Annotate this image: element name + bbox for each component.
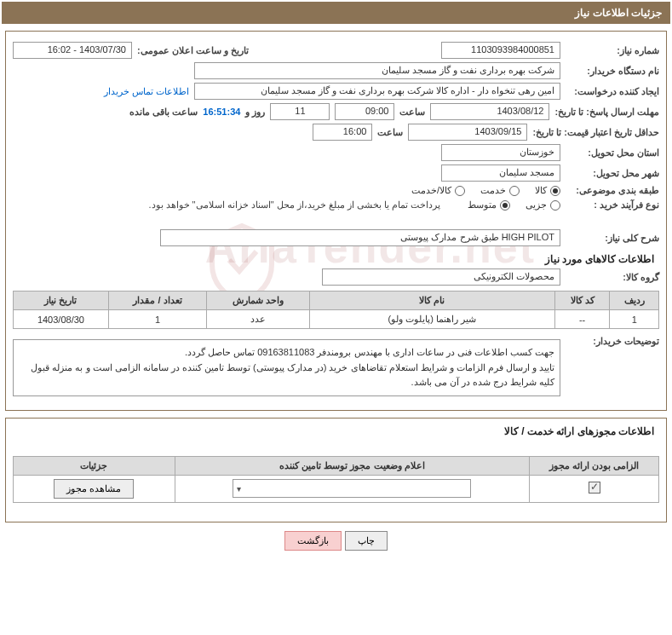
days-label: روز و (245, 107, 265, 118)
cell-code: -- (554, 310, 610, 329)
group-label: گروه کالا: (566, 272, 659, 283)
action-buttons: چاپ بازگشت (2, 531, 670, 551)
th-date: تاریخ نیاز (14, 292, 109, 310)
radio-goods-service-label: کالا/خدمت (411, 185, 451, 196)
announce-label: تاریخ و ساعت اعلان عمومی: (137, 45, 249, 56)
city-value: مسجد سلیمان (441, 165, 560, 182)
th-unit: واحد شمارش (207, 292, 309, 310)
radio-medium-label: متوسط (468, 199, 497, 211)
buyer-notes-line2: تایید و ارسال فرم الزامات و شرایط استعلا… (19, 361, 554, 390)
remaining-time: 16:51:34 (203, 107, 240, 117)
cell-details: مشاهده مجوز (14, 475, 175, 502)
cell-mandatory (530, 475, 659, 502)
back-button[interactable]: بازگشت (284, 531, 342, 551)
deadline-date: 1403/08/12 (430, 103, 549, 120)
cell-name: شیر راهنما (پایلوت ولو) (309, 310, 554, 329)
need-number-value: 1103093984000851 (441, 42, 560, 59)
mandatory-checkbox[interactable] (589, 482, 600, 494)
requester-value: امین رهی تنخواه دار - اداره کالا شرکت به… (194, 83, 560, 100)
chevron-down-icon: ▾ (237, 484, 241, 494)
deadline-time: 09:00 (335, 103, 394, 120)
payment-note: پرداخت تمام یا بخشی از مبلغ خرید،از محل … (148, 199, 440, 211)
th-name: نام کالا (309, 292, 554, 310)
page-title: جزئیات اطلاعات نیاز (575, 7, 662, 19)
permits-title: اطلاعات مجوزهای ارائه خدمت / کالا (18, 425, 654, 437)
desc-label: شرح کلی نیاز: (566, 233, 659, 244)
th-qty: تعداد / مقدار (108, 292, 206, 310)
th-mandatory: الزامی بودن ارائه مجوز (530, 456, 659, 475)
buyer-contact-link[interactable]: اطلاعات تماس خریدار (104, 86, 189, 97)
category-label: طبقه بندی موضوعی: (566, 185, 659, 196)
buyer-notes-label: توضیحات خریدار: (566, 336, 659, 347)
radio-goods-service[interactable] (455, 186, 465, 196)
cell-status: ▾ (175, 475, 530, 502)
process-label: نوع فرآیند خرید : (566, 199, 659, 211)
print-button[interactable]: چاپ (345, 531, 388, 551)
group-value: محصولات الکترونیکی (322, 268, 560, 286)
province-value: خوزستان (441, 144, 560, 161)
buyer-org-value: شرکت بهره برداری نفت و گاز مسجد سلیمان (194, 62, 560, 79)
table-row: 1 -- شیر راهنما (پایلوت ولو) عدد 1 1403/… (14, 310, 659, 329)
cell-row: 1 (610, 310, 659, 329)
radio-partial-label: جزیی (526, 199, 547, 211)
page-header: جزئیات اطلاعات نیاز (2, 2, 670, 24)
permits-row: ▾ مشاهده مجوز (14, 475, 659, 502)
buyer-notes-box: جهت کسب اطلاعات فنی در ساعات اداری با مه… (13, 339, 560, 396)
radio-medium[interactable] (500, 200, 510, 211)
view-permit-button[interactable]: مشاهده مجوز (54, 479, 134, 499)
buyer-notes-line1: جهت کسب اطلاعات فنی در ساعات اداری با مه… (19, 345, 554, 361)
desc-value: HIGH PILOT طبق شرح مدارک پیوستی (160, 229, 560, 246)
goods-table: ردیف کد کالا نام کالا واحد شمارش تعداد /… (13, 291, 659, 329)
buyer-org-label: نام دستگاه خریدار: (566, 66, 659, 77)
cell-unit: عدد (207, 310, 309, 329)
category-radio-group: کالا خدمت کالا/خدمت (411, 185, 560, 196)
need-number-label: شماره نیاز: (566, 45, 659, 56)
province-label: استان محل تحویل: (566, 147, 659, 159)
validity-label: حداقل تاریخ اعتبار قیمت: تا تاریخ: (532, 127, 659, 138)
radio-goods[interactable] (550, 186, 560, 196)
radio-goods-label: کالا (535, 185, 547, 196)
cell-qty: 1 (108, 310, 206, 329)
main-info-section: شماره نیاز: 1103093984000851 تاریخ و ساع… (5, 31, 667, 411)
validity-time-label: ساعت (377, 127, 403, 138)
deadline-time-label: ساعت (399, 107, 425, 118)
th-details: جزئیات (14, 456, 175, 475)
requester-label: ایجاد کننده درخواست: (566, 86, 659, 97)
remaining-label: ساعت باقی مانده (129, 107, 198, 118)
validity-date: 1403/09/15 (408, 124, 527, 141)
radio-partial[interactable] (550, 200, 560, 211)
th-row: ردیف (610, 292, 659, 310)
days-remaining: 11 (270, 103, 330, 120)
validity-time: 16:00 (313, 124, 372, 141)
cell-date: 1403/08/30 (14, 310, 109, 329)
permits-table: الزامی بودن ارائه مجوز اعلام وضعیت مجوز … (13, 456, 659, 503)
th-status: اعلام وضعیت مجوز توسط تامین کننده (175, 456, 530, 475)
process-radio-group: جزیی متوسط (468, 199, 560, 211)
radio-service[interactable] (509, 186, 520, 196)
status-select[interactable]: ▾ (233, 479, 471, 498)
permits-section: اطلاعات مجوزهای ارائه خدمت / کالا الزامی… (5, 418, 667, 522)
announce-value: 1403/07/30 - 16:02 (13, 42, 132, 59)
city-label: شهر محل تحویل: (566, 168, 659, 179)
th-code: کد کالا (554, 292, 610, 310)
goods-info-title: اطلاعات کالاهای مورد نیاز (18, 253, 654, 265)
radio-service-label: خدمت (480, 185, 506, 196)
deadline-label: مهلت ارسال پاسخ: تا تاریخ: (554, 107, 659, 118)
